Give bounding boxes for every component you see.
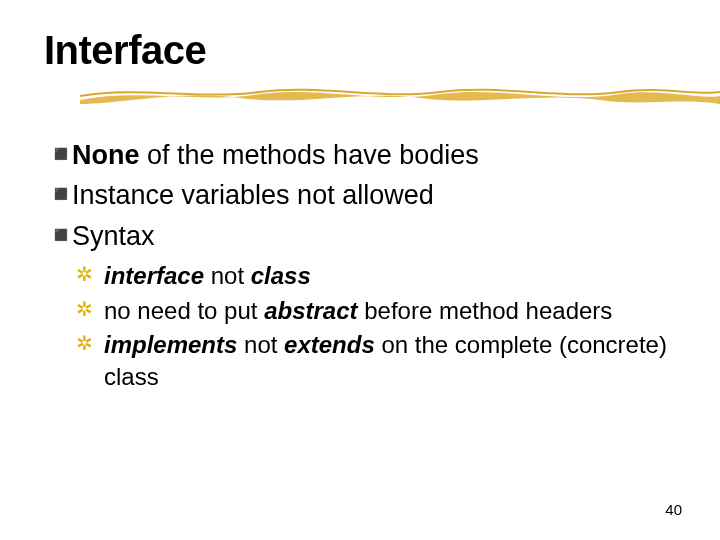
title-underline xyxy=(80,84,720,106)
arrow-bullet-icon: ✲ xyxy=(76,329,98,358)
square-bullet-icon: ◾ xyxy=(46,218,68,252)
sub-interface-not-class: ✲ interface not class xyxy=(76,260,680,292)
square-bullet-icon: ◾ xyxy=(46,137,68,171)
arrow-bullet-icon: ✲ xyxy=(76,260,98,289)
text-not1: not xyxy=(204,262,251,289)
text-none: None xyxy=(72,140,140,170)
main-list: ◾ None of the methods have bodies ◾ Inst… xyxy=(40,137,680,254)
text-bodies: of the methods have bodies xyxy=(140,140,479,170)
page-number: 40 xyxy=(665,501,682,518)
text-before: before method headers xyxy=(358,297,613,324)
text-noneed: no need to put xyxy=(104,297,264,324)
sub-abstract: ✲ no need to put abstract before method … xyxy=(76,295,680,327)
title-block: Interface xyxy=(40,28,680,73)
sub-implements: ✲ implements not extends on the complete… xyxy=(76,329,680,394)
text-not2: not xyxy=(237,331,284,358)
kw-implements: implements xyxy=(104,331,237,358)
slide: Interface ◾ None of the methods have bod… xyxy=(0,0,720,540)
bullet-instance-vars: ◾ Instance variables not allowed xyxy=(46,177,680,213)
bullet-syntax: ◾ Syntax xyxy=(46,218,680,254)
square-bullet-icon: ◾ xyxy=(46,177,68,211)
text-instance: Instance variables not allowed xyxy=(72,177,434,213)
sub-list: ✲ interface not class ✲ no need to put a… xyxy=(40,260,680,394)
kw-interface: interface xyxy=(104,262,204,289)
arrow-bullet-icon: ✲ xyxy=(76,295,98,324)
bullet-none-bodies: ◾ None of the methods have bodies xyxy=(46,137,680,173)
kw-abstract: abstract xyxy=(264,297,357,324)
kw-class: class xyxy=(251,262,311,289)
kw-extends: extends xyxy=(284,331,375,358)
text-syntax: Syntax xyxy=(72,218,155,254)
slide-title: Interface xyxy=(40,28,680,73)
